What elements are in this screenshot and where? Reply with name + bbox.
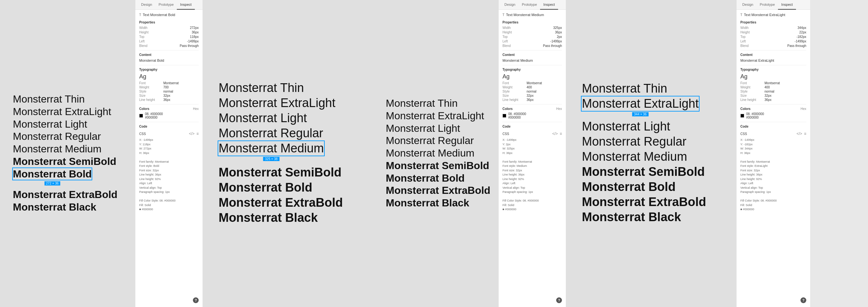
list-item-medium-selected[interactable]: Monsterrat Medium 325 × 38 [219, 142, 357, 155]
code-header: Code [502, 125, 562, 130]
prop-top: Top 2px [502, 35, 562, 38]
typo-value: 36px [163, 98, 170, 101]
hex-label: Hex [556, 107, 562, 111]
prop-value: 36px [555, 31, 562, 34]
list-item: Monsterrat ExtraLight [386, 110, 486, 122]
prop-label: Blend [740, 44, 749, 48]
tab-design[interactable]: Design [138, 0, 155, 9]
typo-label: Size [139, 94, 163, 97]
canvas-3: Monsterrat Thin Monsterrat ExtraLight Mo… [373, 0, 498, 307]
prop-height: Height 36px [502, 31, 562, 34]
panel-1: Monsterrat Thin Monsterrat ExtraLight Mo… [0, 0, 203, 307]
prop-label: Height [502, 31, 512, 34]
code-title: Code [139, 125, 147, 128]
content-title: Content [502, 53, 562, 57]
prop-label: Width [740, 26, 749, 30]
list-item: Monsterrat SemiBold [582, 165, 720, 179]
prop-label: Blend [139, 44, 148, 48]
list-item: Monsterrat Medium [13, 143, 122, 155]
properties-title: Properties [502, 21, 562, 24]
list-item: Monsterrat Regular [13, 130, 122, 143]
typo-value: 36px [527, 98, 534, 101]
typography-title: Typography [740, 68, 806, 71]
content-value: Monsterrat Medium [502, 59, 562, 62]
tab-inspect[interactable]: Inspect [177, 0, 194, 10]
prop-label: Left [139, 39, 145, 43]
typo-label: Size [502, 94, 527, 97]
typo-label: Font [740, 81, 765, 85]
divider [139, 50, 199, 51]
list-item: Monsterrat Black [219, 211, 357, 225]
copy-icon[interactable]: </> [797, 131, 802, 136]
divider [139, 65, 199, 65]
typo-value: normal [527, 90, 536, 93]
colors-header: Colors Hex [740, 107, 806, 111]
color-style: 08. #000000 [746, 112, 764, 116]
more-icon[interactable]: ≡ [196, 131, 199, 136]
typography-title: Typography [502, 68, 562, 71]
copy-icon[interactable]: </> [552, 131, 558, 136]
prop-value: -1499px [550, 39, 562, 43]
typo-value: 36px [765, 98, 772, 101]
code-icons[interactable]: </> ≡ [797, 131, 806, 136]
prop-label: Top [139, 35, 144, 38]
properties-title: Properties [740, 21, 806, 24]
color-row: 08. #000000 #000000 [502, 112, 562, 119]
hex-label: Hex [801, 107, 806, 111]
prop-label: Left [740, 39, 746, 43]
list-item: Monsterrat Bold [386, 172, 486, 184]
help-button[interactable]: ? [556, 297, 562, 303]
typo-label: Style [502, 90, 527, 93]
code-icons[interactable]: </> ≡ [189, 131, 199, 136]
color-values: 08. #000000 #000000 [145, 112, 163, 119]
typo-label: Line height [740, 98, 765, 101]
copy-icon[interactable]: </> [189, 131, 194, 136]
prop-width: Width 272px [139, 26, 199, 30]
more-icon[interactable]: ≡ [560, 131, 562, 136]
tab-inspect[interactable]: Inspect [540, 0, 558, 10]
typo-value: normal [765, 90, 774, 93]
prop-value: 118px [190, 35, 199, 38]
list-item-bold[interactable]: Monsterrat Bold 272 × 36 [13, 168, 122, 180]
panel-3: Monsterrat Thin Monsterrat ExtraLight Mo… [373, 0, 566, 307]
more-icon[interactable]: ≡ [804, 131, 806, 136]
code-icons[interactable]: </> ≡ [552, 131, 562, 136]
typography-header: Ag [139, 73, 199, 80]
typo-value: Montserrat [765, 81, 780, 85]
selection-dimensions: 344 × 36 [632, 112, 648, 116]
panel-5: Design Prototype Inspect T Text Monsterr… [736, 0, 810, 307]
typo-lineheight: Line height 36px [502, 98, 562, 101]
list-item: Monsterrat Regular [582, 135, 720, 149]
css-details: X: -1499px Y: 118px W: 272px H: 36px Fon… [139, 138, 199, 212]
list-item: Monsterrat Medium [386, 147, 486, 159]
element-name: Text Monsterrat Medium [506, 13, 544, 17]
list-item-extralight-selected[interactable]: Monsterrat ExtraLight 344 × 36 [582, 97, 720, 111]
typo-label: Size [740, 94, 765, 97]
prop-value: 36px [192, 31, 199, 34]
help-button[interactable]: ? [193, 297, 199, 303]
inspect-panel-3: Design Prototype Inspect T Text Monsterr… [736, 0, 810, 307]
tab-prototype[interactable]: Prototype [519, 0, 540, 9]
list-item: Monsterrat Thin [219, 81, 357, 95]
prop-value: Pass through [180, 44, 199, 48]
prop-value: 2px [557, 35, 562, 38]
typo-lineheight: Line height 36px [740, 98, 806, 101]
prop-value: 272px [190, 26, 199, 30]
tab-design[interactable]: Design [739, 0, 756, 9]
tab-prototype[interactable]: Prototype [155, 0, 177, 9]
list-item: Monsterrat Light [582, 120, 720, 133]
tab-inspect[interactable]: Inspect [778, 0, 796, 10]
tab-design[interactable]: Design [501, 0, 519, 9]
prop-label: Width [502, 26, 511, 30]
tab-prototype[interactable]: Prototype [756, 0, 778, 9]
help-button[interactable]: ? [801, 297, 806, 303]
typo-value: 32px [765, 94, 772, 97]
colors-title: Colors [502, 107, 513, 111]
typo-label: Weight [502, 86, 527, 89]
typo-size: Size 32px [502, 94, 562, 97]
typo-weight: Weight 400 [740, 86, 806, 89]
list-item: Monsterrat Bold [582, 180, 720, 194]
text-icon: T [740, 13, 742, 17]
typo-style: Style normal [502, 90, 562, 93]
element-name: Text Monsterrat Bold [143, 13, 175, 17]
